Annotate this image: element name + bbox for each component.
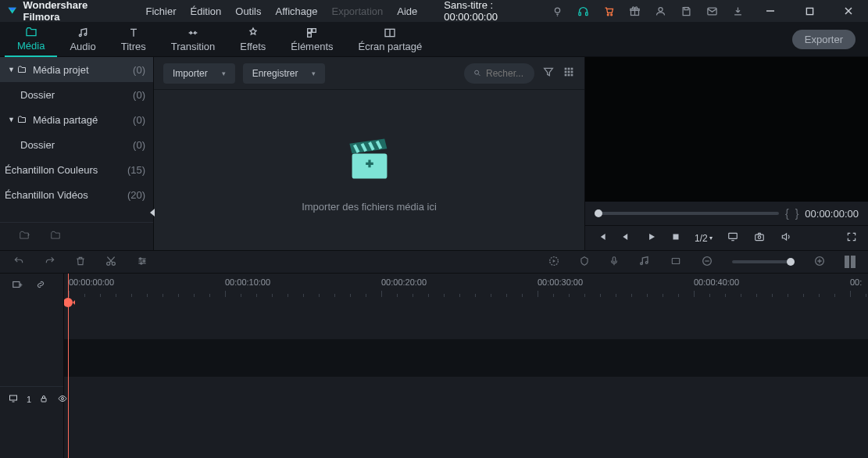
mark-out-icon[interactable]: } — [795, 207, 799, 220]
tab-effets[interactable]: Effets — [227, 22, 278, 57]
import-label: Importer — [173, 68, 208, 79]
crop-icon[interactable] — [670, 256, 682, 269]
svg-point-10 — [79, 34, 81, 37]
timeline-add-icon[interactable] — [11, 279, 23, 292]
timeline-toolbar — [0, 250, 868, 274]
ruler-label: 00:00:10:00 — [225, 277, 270, 287]
volume-icon[interactable] — [780, 231, 792, 245]
filter-icon[interactable] — [542, 66, 555, 81]
svg-point-11 — [84, 33, 87, 35]
sidebar-item-count: (0) — [133, 64, 145, 76]
sidebar-group-shared[interactable]: ▼ Média partagé (0) — [0, 107, 153, 132]
mark-in-icon[interactable]: { — [785, 207, 789, 220]
media-empty-text: Importer des fichiers média ici — [302, 201, 437, 213]
user-icon[interactable] — [654, 5, 667, 18]
download-icon[interactable] — [731, 5, 745, 18]
preview-panel: { } 00:00:00:00 1/2▾ — [585, 57, 868, 250]
tab-audio[interactable]: Audio — [57, 22, 108, 57]
zoom-fit-icon[interactable] — [845, 256, 855, 268]
svg-rect-22 — [571, 71, 573, 73]
sidebar-child-dossier1[interactable]: Dossier (0) — [0, 82, 153, 107]
chevron-down-icon: ▼ — [8, 66, 16, 73]
svg-point-39 — [645, 261, 648, 263]
svg-point-3 — [607, 13, 609, 15]
tab-transition[interactable]: Transition — [159, 22, 228, 57]
search-input[interactable] — [486, 68, 525, 79]
link-icon[interactable] — [34, 279, 47, 292]
lock-icon[interactable] — [39, 393, 48, 406]
tab-titres[interactable]: Titres — [109, 22, 159, 57]
snapshot-icon[interactable] — [753, 231, 766, 245]
tab-split-screen[interactable]: Écran partagé — [346, 22, 435, 57]
message-icon[interactable] — [705, 5, 719, 18]
menu-bar: Fichier Édition Outils Affichage Exporta… — [140, 2, 424, 20]
timeline-tracks[interactable]: 00:00:00:00 00:00:10:00 00:00:20:00 00:0… — [64, 274, 868, 458]
prev-frame-icon[interactable] — [596, 231, 607, 245]
svg-rect-29 — [755, 234, 763, 241]
menu-aide[interactable]: Aide — [391, 2, 423, 20]
tab-elements[interactable]: Éléments — [278, 22, 345, 57]
stop-icon[interactable] — [671, 232, 680, 244]
preview-video[interactable] — [585, 57, 868, 202]
preview-quality-dropdown[interactable]: 1/2▾ — [695, 233, 713, 244]
sidebar-group-project[interactable]: ▼ Média projet (0) — [0, 57, 153, 82]
close-button[interactable] — [835, 0, 862, 22]
track-header[interactable]: 1 — [0, 386, 63, 411]
play-backward-icon[interactable] — [621, 231, 632, 245]
grid-view-icon[interactable] — [563, 66, 575, 81]
sidebar-item-colors[interactable]: Échantillon Couleurs (15) — [0, 157, 153, 182]
svg-point-47 — [64, 298, 73, 307]
undo-icon[interactable] — [13, 256, 25, 269]
clapper-icon — [338, 127, 401, 190]
redo-icon[interactable] — [44, 256, 56, 269]
svg-point-0 — [555, 8, 559, 13]
cut-icon[interactable] — [105, 255, 117, 270]
title-bar: Wondershare Filmora Fichier Édition Outi… — [0, 0, 868, 22]
menu-fichier[interactable]: Fichier — [140, 2, 183, 20]
zoom-out-icon[interactable] — [701, 255, 713, 270]
menu-affichage[interactable]: Affichage — [270, 2, 324, 20]
lightbulb-icon[interactable] — [551, 5, 564, 18]
zoom-in-icon[interactable] — [813, 255, 826, 270]
menu-outils[interactable]: Outils — [229, 2, 267, 20]
svg-rect-44 — [10, 395, 17, 400]
menu-edition[interactable]: Édition — [184, 2, 228, 20]
save-icon[interactable] — [680, 5, 693, 18]
minimize-button[interactable] — [757, 0, 784, 22]
import-dropdown[interactable]: Importer ▾ — [163, 63, 235, 84]
record-dropdown[interactable]: Enregistrer ▾ — [243, 63, 326, 84]
sidebar-child-dossier2[interactable]: Dossier (0) — [0, 132, 153, 157]
render-icon[interactable] — [548, 255, 560, 270]
track-band[interactable] — [64, 339, 868, 377]
folder-icon[interactable] — [48, 230, 63, 243]
app-logo — [6, 5, 18, 17]
audio-mixer-icon[interactable] — [638, 255, 651, 270]
sidebar-item-label: Média partagé — [33, 114, 133, 126]
new-folder-icon[interactable] — [17, 230, 31, 243]
media-empty-state[interactable]: Importer des fichiers média ici — [154, 90, 584, 250]
preview-scrubber[interactable] — [595, 212, 779, 215]
display-icon[interactable] — [727, 231, 739, 245]
maximize-button[interactable] — [796, 0, 823, 22]
export-button[interactable]: Exporter — [792, 30, 855, 49]
timeline-ruler[interactable]: 00:00:00:00 00:00:10:00 00:00:20:00 00:0… — [64, 274, 868, 297]
sidebar-item-count: (0) — [133, 89, 145, 101]
adjust-icon[interactable] — [136, 256, 148, 269]
zoom-slider[interactable] — [732, 260, 795, 263]
marker-icon[interactable] — [579, 255, 590, 270]
delete-icon[interactable] — [75, 255, 86, 270]
media-search[interactable] — [464, 63, 534, 84]
sidebar-item-videos[interactable]: Échantillon Vidéos (20) — [0, 182, 153, 207]
gift-icon[interactable] — [628, 5, 641, 18]
cart-icon[interactable] — [602, 5, 616, 18]
collapse-handle-icon[interactable] — [148, 207, 156, 218]
playhead[interactable] — [68, 274, 69, 458]
fullscreen-icon[interactable] — [846, 231, 857, 245]
playhead-head-icon — [64, 297, 75, 310]
voiceover-icon[interactable] — [609, 255, 620, 270]
svg-point-30 — [758, 236, 761, 239]
tab-media[interactable]: Média — [5, 22, 57, 57]
svg-point-35 — [141, 262, 142, 263]
headphones-icon[interactable] — [577, 5, 590, 18]
play-icon[interactable] — [646, 231, 657, 245]
